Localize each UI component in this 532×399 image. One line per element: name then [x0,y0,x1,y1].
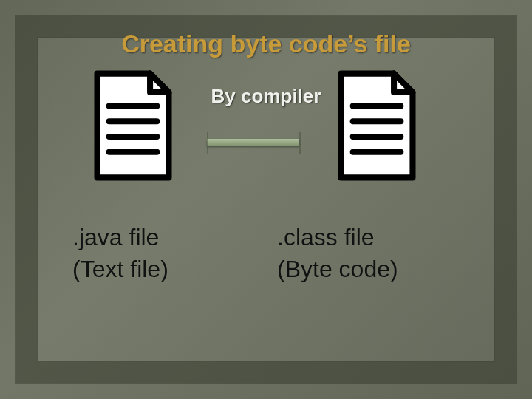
slide: Creating byte code’s file By compiler [0,0,532,399]
target-file-desc: (Byte code) [277,256,398,282]
svg-marker-1 [150,74,168,92]
arrow-end-post [299,132,301,154]
source-file-desc: (Text file) [72,256,168,282]
slide-content: Creating byte code’s file By compiler [0,0,532,399]
document-icon [332,70,421,181]
target-file-name: .class file [277,224,375,250]
arrow-right-icon [207,133,325,152]
arrow-bar [207,139,299,146]
slide-title: Creating byte code’s file [0,30,532,58]
target-file-icon [332,70,421,181]
process-caption: By compiler [0,85,532,108]
arrow-start-post [207,132,208,154]
source-file-label: .java file (Text file) [72,222,235,285]
svg-marker-7 [394,74,412,92]
source-file-icon [89,70,177,181]
source-file-name: .java file [72,224,159,250]
document-icon [89,70,177,181]
target-file-label: .class file (Byte code) [277,222,462,285]
